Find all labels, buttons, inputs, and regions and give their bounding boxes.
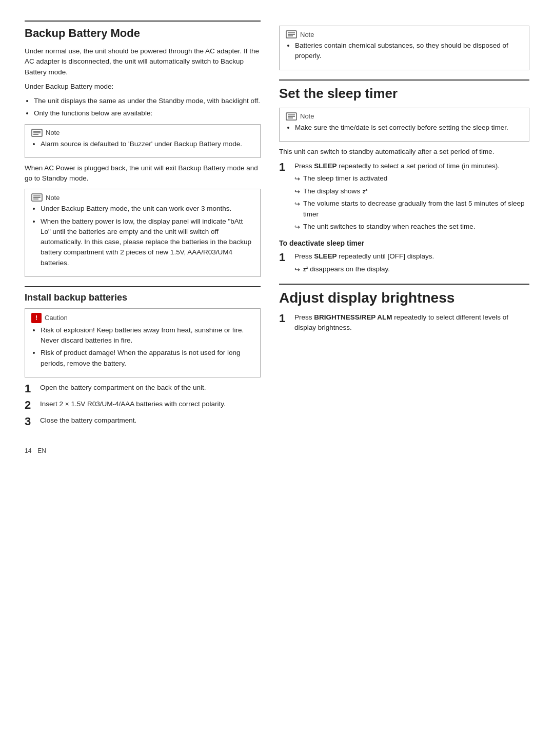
list-item: Under Backup Battery mode, the unit can …	[41, 204, 254, 214]
backup-battery-bullets: The unit displays the same as under the …	[34, 96, 261, 119]
sleep-step-num-1: 1	[279, 161, 289, 232]
note-box-top-right: Note Batteries contain chemical substanc…	[279, 26, 529, 70]
step-num-1: 1	[25, 383, 35, 395]
sleep-divider	[279, 79, 529, 81]
note-list-sleep: Make sure the time/date is set correctly…	[295, 123, 523, 133]
deactivate-key: SLEEP	[314, 252, 337, 260]
page-footer: 14 EN	[25, 447, 529, 454]
note-header-sleep: Note	[286, 112, 523, 121]
sleep-step-post-1: repeatedly to select a set period of tim…	[337, 162, 500, 170]
adjust-brightness-title: Adjust display brightness	[279, 290, 529, 306]
sleep-key-1: SLEEP	[314, 162, 337, 170]
note-header-1: Note	[31, 129, 254, 137]
step-3: 3 Close the battery compartment.	[25, 415, 261, 428]
arrow-sym-3: ↪	[294, 199, 300, 220]
ac-power-text: When AC Power is plugged back, the unit …	[25, 163, 261, 184]
brightness-pre: Press	[294, 313, 314, 321]
page-lang: EN	[37, 447, 46, 454]
arrow-item-2: ↪ The display shows zz	[294, 186, 529, 197]
brightness-step-num-1: 1	[279, 312, 289, 333]
install-backup-title: Install backup batteries	[25, 292, 261, 303]
sleep-step-pre-1: Press	[294, 162, 314, 170]
arrow-text-3: The volume starts to decrease gradually …	[303, 198, 529, 220]
caution-header: ! Caution	[31, 313, 254, 323]
note-label-top-right: Note	[300, 31, 314, 38]
deactivate-arrow-1: ↪ zz disappears on the display.	[294, 264, 529, 275]
note-label-1: Note	[46, 129, 60, 136]
note-icon-1	[31, 129, 43, 137]
arrow-item-3: ↪ The volume starts to decrease graduall…	[294, 198, 529, 220]
note-header-top-right: Note	[286, 30, 523, 38]
install-steps: 1 Open the battery compartment on the ba…	[25, 383, 261, 428]
backup-battery-under: Under Backup Battery mode:	[25, 82, 261, 92]
list-item: The unit displays the same as under the …	[34, 96, 261, 106]
deactivate-steps: 1 Press SLEEP repeatedly until [OFF] dis…	[279, 251, 529, 274]
brightness-key: BRIGHTNESS/REP ALM	[314, 313, 392, 321]
note-icon-2	[31, 193, 43, 202]
deactivate-title: To deactivate sleep timer	[279, 239, 529, 247]
brightness-divider	[279, 284, 529, 285]
section-divider	[25, 286, 261, 287]
page-number: 14	[25, 447, 31, 454]
note-box-1: Note Alarm source is defaulted to 'Buzze…	[25, 124, 261, 158]
note-icon-sleep	[286, 112, 297, 121]
deactivate-step-content-1: Press SLEEP repeatedly until [OFF] displ…	[294, 251, 529, 274]
sleep-intro: This unit can switch to standby automati…	[279, 147, 529, 157]
arrow-text-2: The display shows zz	[303, 186, 529, 197]
deactivate-arrow-sym: ↪	[294, 265, 300, 275]
sleep-step-1: 1 Press SLEEP repeatedly to select a set…	[279, 161, 529, 232]
backup-battery-intro: Under normal use, the unit should be pow…	[25, 46, 261, 77]
note-list-2: Under Backup Battery mode, the unit can …	[41, 204, 254, 268]
arrow-text-4: The unit switches to standby when reache…	[303, 222, 529, 232]
list-item: When the battery power is low, the displ…	[41, 216, 254, 268]
list-item: Only the functions below are available:	[34, 108, 261, 118]
note-label-2: Note	[46, 194, 60, 202]
note-list-top-right: Batteries contain chemical substances, s…	[295, 41, 523, 62]
caution-list: Risk of explosion! Keep batteries away f…	[41, 325, 254, 369]
step-num-2: 2	[25, 399, 35, 411]
backup-battery-mode-title: Backup Battery Mode	[25, 21, 261, 40]
list-item: Risk of explosion! Keep batteries away f…	[41, 325, 254, 346]
arrow-item-4: ↪ The unit switches to standby when reac…	[294, 222, 529, 232]
list-item: Batteries contain chemical substances, s…	[295, 41, 523, 62]
deactivate-step-num-1: 1	[279, 251, 289, 274]
sleep-timer-title: Set the sleep timer	[279, 86, 529, 102]
caution-label: Caution	[45, 314, 68, 322]
arrow-sym-1: ↪	[294, 174, 300, 184]
step-content-1: Open the battery compartment on the back…	[40, 383, 261, 395]
arrow-sym-4: ↪	[294, 222, 300, 232]
arrow-item-1: ↪ The sleep timer is activated	[294, 173, 529, 184]
note-header-2: Note	[31, 193, 254, 202]
sleep-steps: 1 Press SLEEP repeatedly to select a set…	[279, 161, 529, 232]
list-item: Alarm source is defaulted to 'Buzzer' un…	[41, 139, 254, 149]
brightness-steps: 1 Press BRIGHTNESS/REP ALM repeatedly to…	[279, 312, 529, 333]
deactivate-arrow-text: zz disappears on the display.	[303, 264, 529, 275]
list-item: Make sure the time/date is set correctly…	[295, 123, 523, 133]
note-box-2: Note Under Backup Battery mode, the unit…	[25, 189, 261, 277]
step-content-3: Close the battery compartment.	[40, 415, 261, 428]
brightness-step-1: 1 Press BRIGHTNESS/REP ALM repeatedly to…	[279, 312, 529, 333]
deactivate-pre: Press	[294, 252, 314, 260]
list-item: Risk of product damage! When the apparat…	[41, 348, 254, 369]
arrow-sym-2: ↪	[294, 187, 300, 197]
deactivate-post: repeatedly until [OFF] displays.	[337, 252, 434, 260]
note-list-1: Alarm source is defaulted to 'Buzzer' un…	[41, 139, 254, 149]
step-1: 1 Open the battery compartment on the ba…	[25, 383, 261, 395]
deactivate-step-1: 1 Press SLEEP repeatedly until [OFF] dis…	[279, 251, 529, 274]
note-box-sleep: Note Make sure the time/date is set corr…	[279, 108, 529, 142]
caution-icon: !	[31, 313, 42, 323]
note-label-sleep: Note	[300, 112, 314, 120]
caution-box: ! Caution Risk of explosion! Keep batter…	[25, 308, 261, 377]
step-2: 2 Insert 2 × 1.5V R03/UM-4/AAA batteries…	[25, 399, 261, 411]
step-num-3: 3	[25, 415, 35, 428]
arrow-text-1: The sleep timer is activated	[303, 173, 529, 184]
step-content-2: Insert 2 × 1.5V R03/UM-4/AAA batteries w…	[40, 399, 261, 411]
sleep-step-content-1: Press SLEEP repeatedly to select a set p…	[294, 161, 529, 232]
brightness-step-content-1: Press BRIGHTNESS/REP ALM repeatedly to s…	[294, 312, 529, 333]
note-icon-top-right	[286, 30, 297, 38]
